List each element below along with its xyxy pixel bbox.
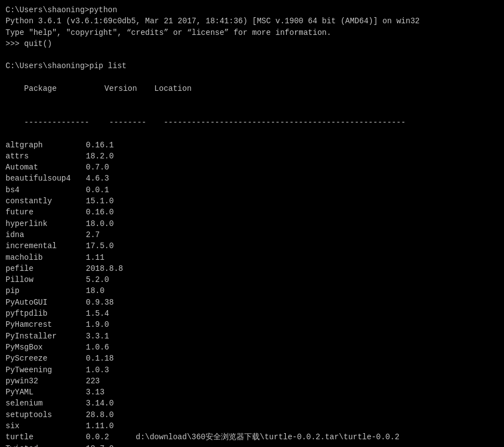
package-name: Twisted (6, 443, 86, 447)
package-name: future (6, 207, 86, 218)
table-row: selenium3.14.0 (6, 398, 498, 409)
package-version: 1.0.6 (86, 342, 136, 353)
package-version: 0.1.18 (86, 353, 136, 364)
table-row: Pillow5.2.0 (6, 274, 498, 285)
table-row: PyAutoGUI0.9.38 (6, 297, 498, 308)
package-name: beautifulsoup4 (6, 173, 86, 184)
package-version: 223 (86, 376, 136, 387)
package-name: pywin32 (6, 376, 86, 387)
sep-loc: ----------------------------------------… (163, 117, 405, 128)
header-version: Version (105, 83, 155, 94)
package-version: 4.6.3 (86, 173, 136, 184)
table-row: pip18.0 (6, 285, 498, 296)
package-version: 0.16.1 (86, 140, 136, 151)
table-row: Twisted18.7.0 (6, 443, 498, 447)
package-name: incremental (6, 240, 86, 251)
table-row: macholib1.11 (6, 252, 498, 263)
package-version: 18.7.0 (86, 443, 136, 447)
package-name: PyTweening (6, 364, 86, 376)
package-version: 0.9.38 (86, 297, 136, 308)
table-header: PackageVersionLocation (6, 72, 498, 106)
header-package: Package (24, 83, 105, 94)
command-line-1: C:\Users\shaoning>python (6, 4, 498, 16)
package-version: 0.0.2 (86, 431, 136, 443)
package-version: 1.11.0 (86, 420, 136, 431)
package-version: 2018.8.8 (86, 263, 136, 274)
package-name: PyScreeze (6, 353, 86, 364)
type-info-line: Type "help", "copyright", “credits” or “… (6, 27, 498, 38)
table-row: bs40.0.1 (6, 184, 498, 196)
table-row: Automat0.7.0 (6, 162, 498, 173)
table-row: altgraph0.16.1 (6, 140, 498, 151)
table-row: PyHamcrest1.9.0 (6, 319, 498, 330)
table-row: pyftpdlib1.5.4 (6, 308, 498, 319)
package-name: idna (6, 229, 86, 240)
package-name: attrs (6, 151, 86, 162)
package-version: 1.9.0 (86, 319, 136, 330)
package-name: selenium (6, 398, 86, 409)
table-row: PyScreeze0.1.18 (6, 353, 498, 364)
quit-line: >>> quit() (6, 38, 498, 49)
table-row: PyYAML3.13 (6, 387, 498, 398)
table-row: pywin32223 (6, 376, 498, 387)
package-version: 3.3.1 (86, 331, 136, 342)
package-version: 28.8.0 (86, 409, 136, 420)
package-name: turtle (6, 431, 86, 443)
table-row: beautifulsoup44.6.3 (6, 173, 498, 184)
table-row: PyInstaller3.3.1 (6, 331, 498, 342)
sep-ver: -------- (109, 117, 159, 128)
package-name: constantly (6, 196, 86, 207)
package-version: 18.0.0 (86, 218, 136, 229)
table-row: attrs18.2.0 (6, 151, 498, 162)
table-row: future0.16.0 (6, 207, 498, 218)
package-version: 15.1.0 (86, 196, 136, 207)
package-version: 18.2.0 (86, 151, 136, 162)
table-row: PyMsgBox1.0.6 (6, 342, 498, 353)
terminal-window: C:\Users\shaoning>python Python 3.6.1 (v… (6, 4, 498, 447)
package-version: 0.7.0 (86, 162, 136, 173)
table-row: constantly15.1.0 (6, 196, 498, 207)
table-row: setuptools28.8.0 (6, 409, 498, 420)
package-name: six (6, 420, 86, 431)
table-separator: -------------- -------- ----------------… (6, 106, 498, 140)
python-version-line: Python 3.6.1 (v3.6.1:69c0db5, Mar 21 201… (6, 16, 498, 27)
table-row: idna2.7 (6, 229, 498, 240)
package-version: 1.0.3 (86, 364, 136, 376)
table-row: pefile2018.8.8 (6, 263, 498, 274)
package-name: pefile (6, 263, 86, 274)
package-version: 0.0.1 (86, 184, 136, 196)
package-version: 3.14.0 (86, 398, 136, 409)
package-version: 0.16.0 (86, 207, 136, 218)
package-version: 17.5.0 (86, 240, 136, 251)
package-name: Pillow (6, 274, 86, 285)
table-row: six1.11.0 (6, 420, 498, 431)
package-version: 2.7 (86, 229, 136, 240)
package-name: PyMsgBox (6, 342, 86, 353)
package-name: bs4 (6, 184, 86, 196)
package-location: d:\download\360安全浏览器下载\turtle-0.0.2.tar\… (136, 431, 399, 443)
package-version: 1.5.4 (86, 308, 136, 319)
header-location: Location (155, 83, 192, 94)
package-name: PyHamcrest (6, 319, 86, 330)
package-name: PyAutoGUI (6, 297, 86, 308)
package-version: 1.11 (86, 252, 136, 263)
pip-list-command: C:\Users\shaoning>pip list (6, 60, 498, 71)
package-version: 18.0 (86, 285, 136, 296)
package-name: PyYAML (6, 387, 86, 398)
package-name: setuptools (6, 409, 86, 420)
table-row: incremental17.5.0 (6, 240, 498, 251)
package-name: pyftpdlib (6, 308, 86, 319)
package-name: Automat (6, 162, 86, 173)
package-table: altgraph0.16.1attrs18.2.0Automat0.7.0bea… (6, 140, 498, 447)
package-name: PyInstaller (6, 331, 86, 342)
package-name: macholib (6, 252, 86, 263)
table-row: hyperlink18.0.0 (6, 218, 498, 229)
package-version: 5.2.0 (86, 274, 136, 285)
package-name: pip (6, 285, 86, 296)
table-row: PyTweening1.0.3 (6, 364, 498, 376)
package-version: 3.13 (86, 387, 136, 398)
sep-pkg: -------------- (24, 117, 105, 128)
package-name: altgraph (6, 140, 86, 151)
table-row: turtle0.0.2d:\download\360安全浏览器下载\turtle… (6, 431, 498, 443)
package-name: hyperlink (6, 218, 86, 229)
